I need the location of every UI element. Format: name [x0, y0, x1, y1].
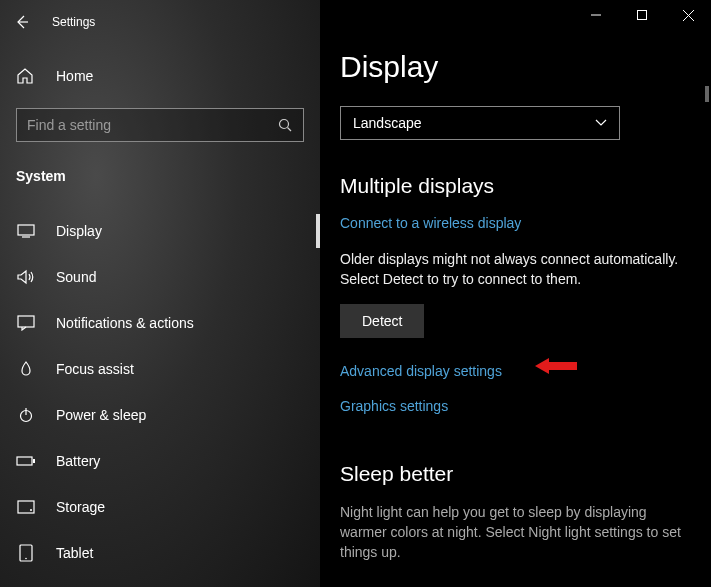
sidebar-item-label: Battery [56, 453, 100, 469]
search-icon [278, 118, 293, 133]
svg-rect-9 [33, 459, 35, 463]
svg-rect-3 [18, 225, 34, 235]
sidebar-item-label: Display [56, 223, 102, 239]
window-controls [573, 0, 711, 30]
content-area: Display Landscape Multiple displays Conn… [320, 0, 711, 587]
sidebar-item-tablet[interactable]: Tablet [0, 530, 320, 576]
detect-hint-text: Older displays might not always connect … [340, 249, 691, 290]
sidebar-nav: Display Sound Notifications & actions Fo… [0, 208, 320, 576]
page-title: Display [340, 50, 691, 84]
close-button[interactable] [665, 0, 711, 30]
svg-point-11 [30, 509, 32, 511]
battery-icon [16, 451, 36, 471]
sidebar: Settings Home System Display Sound [0, 0, 320, 587]
sidebar-item-label: Tablet [56, 545, 93, 561]
svg-rect-15 [638, 11, 647, 20]
display-icon [16, 221, 36, 241]
sidebar-item-label: Power & sleep [56, 407, 146, 423]
maximize-button[interactable] [619, 0, 665, 30]
graphics-settings-link[interactable]: Graphics settings [340, 398, 448, 414]
svg-point-13 [25, 558, 27, 560]
sidebar-item-label: Storage [56, 499, 105, 515]
power-icon [16, 405, 36, 425]
sleep-better-heading: Sleep better [340, 462, 691, 486]
sidebar-item-power-sleep[interactable]: Power & sleep [0, 392, 320, 438]
search-input[interactable] [27, 117, 278, 133]
sidebar-item-display[interactable]: Display [0, 208, 320, 254]
svg-rect-10 [18, 501, 34, 513]
back-button[interactable] [6, 6, 38, 38]
detect-button[interactable]: Detect [340, 304, 424, 338]
sidebar-item-label: Focus assist [56, 361, 134, 377]
scrollbar-thumb[interactable] [705, 86, 709, 102]
storage-icon [16, 497, 36, 517]
focus-assist-icon [16, 359, 36, 379]
sidebar-item-label: Notifications & actions [56, 315, 194, 331]
sidebar-item-sound[interactable]: Sound [0, 254, 320, 300]
connect-wireless-link[interactable]: Connect to a wireless display [340, 215, 521, 231]
svg-line-2 [288, 127, 292, 131]
sidebar-item-notifications[interactable]: Notifications & actions [0, 300, 320, 346]
chevron-down-icon [595, 119, 607, 127]
sound-icon [16, 267, 36, 287]
multiple-displays-heading: Multiple displays [340, 174, 691, 198]
main-panel: Display Landscape Multiple displays Conn… [320, 0, 711, 587]
sidebar-item-focus-assist[interactable]: Focus assist [0, 346, 320, 392]
orientation-selected: Landscape [353, 115, 422, 131]
nav-home[interactable]: Home [0, 56, 320, 96]
orientation-dropdown[interactable]: Landscape [340, 106, 620, 140]
sidebar-item-storage[interactable]: Storage [0, 484, 320, 530]
tablet-icon [16, 543, 36, 563]
svg-rect-8 [17, 457, 32, 465]
home-icon [16, 67, 36, 85]
svg-point-1 [280, 119, 289, 128]
advanced-display-link[interactable]: Advanced display settings [340, 363, 502, 379]
sidebar-item-label: Sound [56, 269, 96, 285]
sleep-better-desc: Night light can help you get to sleep by… [340, 502, 691, 563]
notifications-icon [16, 313, 36, 333]
sidebar-item-battery[interactable]: Battery [0, 438, 320, 484]
titlebar: Settings [0, 6, 320, 38]
app-title: Settings [52, 15, 95, 29]
search-box[interactable] [16, 108, 304, 142]
svg-rect-5 [18, 316, 34, 327]
nav-home-label: Home [56, 68, 93, 84]
arrow-left-icon [14, 14, 30, 30]
minimize-button[interactable] [573, 0, 619, 30]
sidebar-category: System [16, 168, 320, 184]
